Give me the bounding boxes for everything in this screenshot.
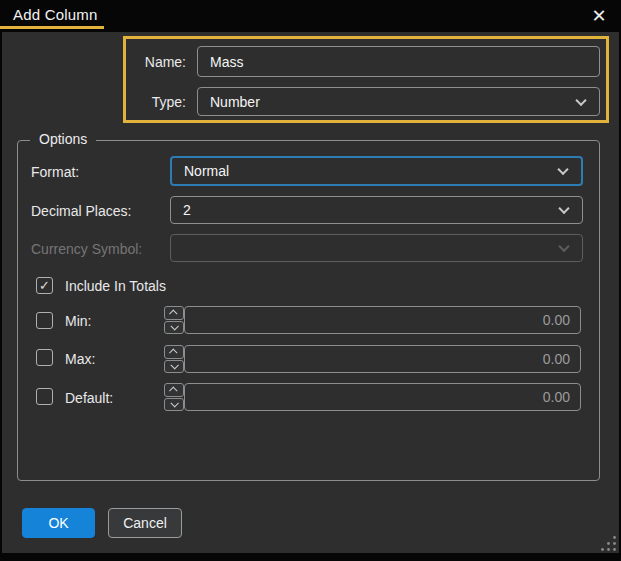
chevron-up-icon (169, 386, 177, 394)
decimal-places-label: Decimal Places: (31, 203, 131, 219)
max-input: 0.00 (184, 345, 581, 373)
close-button[interactable]: ✕ (586, 3, 612, 29)
include-in-totals-checkbox[interactable]: ✓ (36, 277, 53, 294)
type-dropdown[interactable]: Number (197, 87, 600, 116)
default-label: Default: (65, 390, 113, 406)
format-value: Normal (184, 163, 229, 179)
name-label: Name: (126, 54, 186, 70)
min-spinner (164, 306, 184, 334)
default-spinner (164, 383, 184, 411)
decimal-places-value: 2 (183, 202, 191, 218)
name-input[interactable]: Mass (197, 46, 600, 77)
max-value: 0.00 (543, 351, 570, 367)
spinner-down-button[interactable] (164, 360, 184, 374)
chevron-up-icon (169, 309, 177, 317)
spinner-up-button[interactable] (164, 345, 184, 359)
default-value: 0.00 (543, 389, 570, 405)
name-value: Mass (210, 54, 243, 70)
min-input: 0.00 (184, 306, 581, 334)
options-legend: Options (30, 131, 96, 147)
default-checkbox[interactable] (36, 388, 53, 405)
spinner-down-button[interactable] (164, 321, 184, 335)
type-value: Number (210, 94, 260, 110)
resize-grip[interactable] (601, 535, 617, 551)
chevron-down-icon (558, 241, 569, 252)
check-icon: ✓ (39, 279, 50, 292)
chevron-down-icon (170, 322, 178, 330)
chevron-down-icon (558, 203, 569, 214)
include-in-totals-label: Include In Totals (65, 278, 166, 294)
chevron-down-icon (170, 361, 178, 369)
spinner-up-button[interactable] (164, 383, 184, 397)
min-label: Min: (65, 313, 91, 329)
max-label: Max: (65, 351, 95, 367)
currency-symbol-label: Currency Symbol: (31, 241, 142, 257)
close-icon: ✕ (591, 7, 606, 25)
type-label: Type: (126, 94, 186, 110)
dialog-title: Add Column (13, 6, 98, 23)
decimal-places-dropdown[interactable]: 2 (170, 196, 583, 224)
max-spinner (164, 345, 184, 373)
currency-symbol-dropdown (170, 234, 583, 262)
title-accent-underline (0, 26, 104, 29)
min-value: 0.00 (543, 312, 570, 328)
chevron-down-icon (575, 94, 586, 105)
format-dropdown[interactable]: Normal (170, 156, 583, 186)
chevron-down-icon (557, 164, 568, 175)
cancel-button[interactable]: Cancel (108, 508, 182, 538)
add-column-dialog: Add Column ✕ Name: Mass Type: Number Opt… (0, 0, 621, 561)
spinner-down-button[interactable] (164, 398, 184, 412)
ok-button[interactable]: OK (22, 508, 95, 538)
format-label: Format: (31, 164, 79, 180)
spinner-up-button[interactable] (164, 306, 184, 320)
default-input: 0.00 (184, 383, 581, 411)
max-checkbox[interactable] (36, 349, 53, 366)
chevron-down-icon (170, 399, 178, 407)
chevron-up-icon (169, 348, 177, 356)
title-bar: Add Column ✕ (0, 0, 621, 32)
min-checkbox[interactable] (36, 312, 53, 329)
